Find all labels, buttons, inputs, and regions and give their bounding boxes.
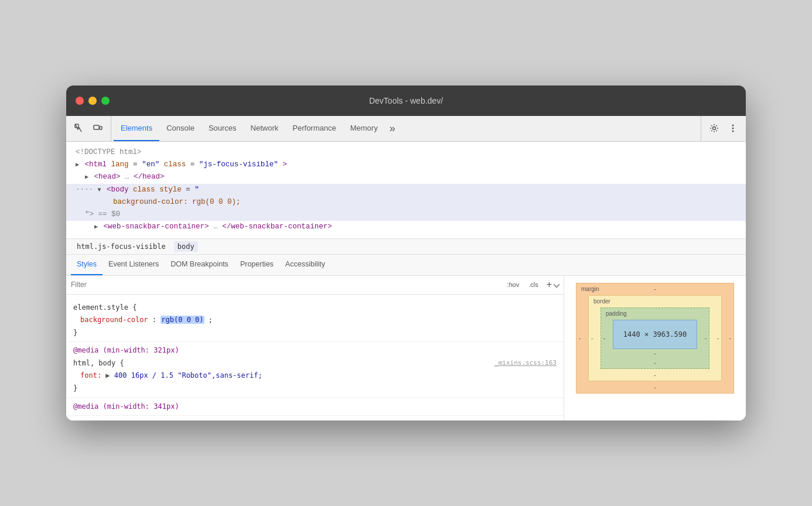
css-selector-line: element.style { <box>66 302 564 314</box>
devtools-window: DevTools - web.dev/ Elements Console <box>66 86 746 421</box>
css-at-rule-line: @media (min-width: 321px) <box>66 344 564 357</box>
border-bottom: - <box>654 372 656 378</box>
dom-head-tag[interactable]: ▶ <head> … </head> <box>66 171 746 183</box>
svg-point-5 <box>732 128 734 129</box>
device-toolbar-btn[interactable] <box>90 120 106 136</box>
border-right: - <box>717 335 719 341</box>
dom-html-tag[interactable]: ▶ <html lang = "en" class = "js-focus-vi… <box>66 159 746 171</box>
svg-point-6 <box>732 131 734 132</box>
tab-more-btn[interactable]: » <box>385 116 400 141</box>
filter-buttons: :hov .cls + <box>503 279 554 290</box>
breadcrumb: html.js-focus-visible body <box>66 239 746 255</box>
margin-bottom: - <box>654 384 656 391</box>
box-model: margin - - - border - - - padding <box>576 283 734 394</box>
tab-properties[interactable]: Properties <box>234 255 279 275</box>
expand-icon: ▶ <box>76 162 79 168</box>
padding-label: padding <box>606 310 627 317</box>
border-left: - <box>591 335 593 341</box>
inspector-icon <box>74 124 84 133</box>
css-at-rule-partial: @media (min-width: 341px) <box>66 401 564 413</box>
content-size: 1440 × 3963.590 <box>623 330 687 339</box>
tab-memory[interactable]: Memory <box>343 116 385 141</box>
tab-bar-right-actions <box>701 116 741 141</box>
css-rules-panel: element.style { background-color : rgb(0… <box>66 295 564 421</box>
css-font-prop[interactable]: font: ▶ 400 16px / 1.5 "Roboto",sans-ser… <box>66 370 564 382</box>
tab-event-listeners[interactable]: Event Listeners <box>103 255 165 275</box>
css-source-link[interactable]: _mixins.scss:163 <box>494 357 557 369</box>
border-label: border <box>593 298 610 305</box>
dom-body-tag[interactable]: ···· ▼ <body class style = " <box>66 184 746 196</box>
filter-bar: :hov .cls + <box>66 276 564 295</box>
main-content: <!DOCTYPE html> ▶ <html lang = "en" clas… <box>66 142 746 421</box>
box-border: border - - - padding - - - <box>588 295 722 381</box>
styles-panel-tabs: Styles Event Listeners DOM Breakpoints P… <box>66 255 746 276</box>
inspector-icon-btn[interactable] <box>71 120 87 136</box>
tab-dom-breakpoints[interactable]: DOM Breakpoints <box>165 255 234 275</box>
styles-pane: :hov .cls + element.style { backgroun <box>66 276 564 421</box>
window-title: DevTools - web.dev/ <box>369 96 443 105</box>
expand-icon: ▶ <box>94 224 98 230</box>
gear-icon <box>709 124 719 133</box>
css-prop-line[interactable]: background-color : rgb(0 0 0) ; <box>66 314 564 327</box>
css-rule-element-style: element.style { background-color : rgb(0… <box>66 299 564 343</box>
padding-bottom-val: - <box>613 350 697 357</box>
box-content: 1440 × 3963.590 <box>613 320 697 349</box>
svg-point-3 <box>713 127 716 130</box>
tab-performance[interactable]: Performance <box>285 116 343 141</box>
css-selector-line-2: html, body { _mixins.scss:163 <box>66 357 564 370</box>
svg-rect-1 <box>94 125 99 129</box>
dom-doctype: <!DOCTYPE html> <box>66 146 746 159</box>
traffic-lights <box>76 97 110 105</box>
kebab-icon <box>732 124 734 133</box>
more-options-btn[interactable] <box>725 120 741 136</box>
dom-body-style-prop: background-color: rgb(0 0 0); <box>66 196 746 208</box>
expand-icon: ▼ <box>98 187 101 193</box>
margin-label: margin <box>581 286 599 292</box>
tab-accessibility[interactable]: Accessibility <box>279 255 331 275</box>
filter-input[interactable] <box>71 281 503 289</box>
cls-btn[interactable]: .cls <box>525 279 542 290</box>
bottom-pane: :hov .cls + element.style { backgroun <box>66 276 746 421</box>
expand-icon: ▶ <box>85 174 88 180</box>
padding-left: - <box>603 335 605 341</box>
box-padding: padding - - - 1440 × 3963.590 - <box>601 307 709 369</box>
tab-bar: Elements Console Sources Network Perform… <box>66 116 746 142</box>
padding-right: - <box>705 335 707 341</box>
css-rule-media-321: @media (min-width: 321px) html, body { _… <box>66 342 564 398</box>
scroll-indicator <box>553 281 559 288</box>
breadcrumb-body[interactable]: body <box>174 241 198 252</box>
tab-network[interactable]: Network <box>244 116 286 141</box>
svg-point-4 <box>732 125 734 126</box>
minimize-button[interactable] <box>88 97 97 105</box>
maximize-button[interactable] <box>101 97 110 105</box>
svg-rect-2 <box>100 126 102 129</box>
settings-btn[interactable] <box>706 120 722 136</box>
title-bar: DevTools - web.dev/ <box>66 86 746 116</box>
css-close-brace: } <box>66 327 564 340</box>
dom-snackbar-tag[interactable]: ▶ <web-snackbar-container> … </web-snack… <box>66 221 746 233</box>
margin-right: - <box>729 335 731 341</box>
box-margin: margin - - - border - - - padding <box>576 283 734 394</box>
tab-bar-icons <box>71 116 111 141</box>
device-icon <box>93 124 103 133</box>
hov-btn[interactable]: :hov <box>503 279 523 290</box>
padding-bottom: - <box>654 360 656 366</box>
breadcrumb-html[interactable]: html.js-focus-visible <box>73 241 169 252</box>
css-close-brace-2: } <box>66 382 564 395</box>
tab-console[interactable]: Console <box>159 116 202 141</box>
tab-styles[interactable]: Styles <box>71 255 103 275</box>
close-button[interactable] <box>76 97 84 105</box>
css-rule-media-341-partial: @media (min-width: 341px) <box>66 398 564 416</box>
dom-body-closing: "> == $0 <box>66 208 746 221</box>
margin-left: - <box>579 335 581 341</box>
tab-elements[interactable]: Elements <box>114 116 159 141</box>
margin-top: - <box>654 286 656 292</box>
box-model-pane: margin - - - border - - - padding <box>564 276 746 421</box>
dom-inspector: <!DOCTYPE html> ▶ <html lang = "en" clas… <box>66 142 746 239</box>
tab-sources[interactable]: Sources <box>202 116 244 141</box>
